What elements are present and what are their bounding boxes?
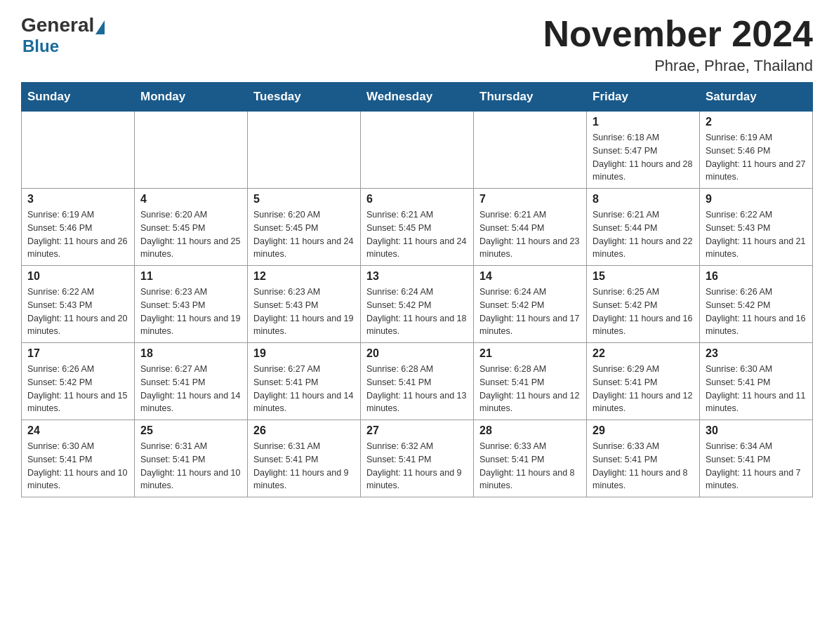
table-row: 3Sunrise: 6:19 AM Sunset: 5:46 PM Daylig… <box>22 189 135 266</box>
table-row: 28Sunrise: 6:33 AM Sunset: 5:41 PM Dayli… <box>474 420 587 497</box>
day-info: Sunrise: 6:34 AM Sunset: 5:41 PM Dayligh… <box>706 440 807 492</box>
day-info: Sunrise: 6:18 AM Sunset: 5:47 PM Dayligh… <box>593 131 694 184</box>
day-number: 22 <box>593 347 694 360</box>
table-row: 29Sunrise: 6:33 AM Sunset: 5:41 PM Dayli… <box>587 420 700 497</box>
day-info: Sunrise: 6:28 AM Sunset: 5:41 PM Dayligh… <box>479 363 581 415</box>
table-row: 9Sunrise: 6:22 AM Sunset: 5:43 PM Daylig… <box>700 189 813 266</box>
day-info: Sunrise: 6:24 AM Sunset: 5:42 PM Dayligh… <box>479 286 581 338</box>
table-row <box>135 112 248 189</box>
col-sunday: Sunday <box>22 83 135 112</box>
day-number: 8 <box>593 193 694 206</box>
calendar-week-row: 17Sunrise: 6:26 AM Sunset: 5:42 PM Dayli… <box>22 343 813 420</box>
col-thursday: Thursday <box>474 83 587 112</box>
day-info: Sunrise: 6:22 AM Sunset: 5:43 PM Dayligh… <box>27 286 128 338</box>
table-row: 11Sunrise: 6:23 AM Sunset: 5:43 PM Dayli… <box>135 266 248 343</box>
day-number: 25 <box>140 424 241 437</box>
col-saturday: Saturday <box>700 83 813 112</box>
day-info: Sunrise: 6:27 AM Sunset: 5:41 PM Dayligh… <box>253 363 355 415</box>
day-number: 7 <box>479 193 581 206</box>
location-title: Phrae, Phrae, Thailand <box>543 57 813 75</box>
table-row: 25Sunrise: 6:31 AM Sunset: 5:41 PM Dayli… <box>135 420 248 497</box>
day-number: 15 <box>593 270 694 283</box>
day-info: Sunrise: 6:32 AM Sunset: 5:41 PM Dayligh… <box>366 440 468 492</box>
day-number: 24 <box>27 424 128 437</box>
table-row: 5Sunrise: 6:20 AM Sunset: 5:45 PM Daylig… <box>248 189 361 266</box>
day-info: Sunrise: 6:27 AM Sunset: 5:41 PM Dayligh… <box>140 363 241 415</box>
day-number: 10 <box>27 270 128 283</box>
day-info: Sunrise: 6:20 AM Sunset: 5:45 PM Dayligh… <box>140 208 241 261</box>
table-row: 30Sunrise: 6:34 AM Sunset: 5:41 PM Dayli… <box>700 420 813 497</box>
day-info: Sunrise: 6:21 AM Sunset: 5:44 PM Dayligh… <box>479 208 581 261</box>
table-row: 21Sunrise: 6:28 AM Sunset: 5:41 PM Dayli… <box>474 343 587 420</box>
table-row: 23Sunrise: 6:30 AM Sunset: 5:41 PM Dayli… <box>700 343 813 420</box>
day-number: 30 <box>706 424 807 437</box>
day-info: Sunrise: 6:33 AM Sunset: 5:41 PM Dayligh… <box>593 440 694 492</box>
calendar-week-row: 3Sunrise: 6:19 AM Sunset: 5:46 PM Daylig… <box>22 189 813 266</box>
table-row: 17Sunrise: 6:26 AM Sunset: 5:42 PM Dayli… <box>22 343 135 420</box>
day-info: Sunrise: 6:23 AM Sunset: 5:43 PM Dayligh… <box>253 286 355 338</box>
day-info: Sunrise: 6:19 AM Sunset: 5:46 PM Dayligh… <box>27 208 128 261</box>
calendar-header-row: Sunday Monday Tuesday Wednesday Thursday… <box>22 83 813 112</box>
day-info: Sunrise: 6:31 AM Sunset: 5:41 PM Dayligh… <box>253 440 355 492</box>
day-number: 18 <box>140 347 241 360</box>
day-info: Sunrise: 6:24 AM Sunset: 5:42 PM Dayligh… <box>366 286 468 338</box>
day-number: 9 <box>706 193 807 206</box>
day-number: 20 <box>366 347 468 360</box>
table-row: 1Sunrise: 6:18 AM Sunset: 5:47 PM Daylig… <box>587 112 700 189</box>
table-row: 4Sunrise: 6:20 AM Sunset: 5:45 PM Daylig… <box>135 189 248 266</box>
day-number: 13 <box>366 270 468 283</box>
day-info: Sunrise: 6:22 AM Sunset: 5:43 PM Dayligh… <box>706 208 807 261</box>
header: General Blue November 2024 Phrae, Phrae,… <box>21 14 813 75</box>
day-number: 29 <box>593 424 694 437</box>
day-number: 17 <box>27 347 128 360</box>
day-info: Sunrise: 6:30 AM Sunset: 5:41 PM Dayligh… <box>27 440 128 492</box>
day-number: 12 <box>253 270 355 283</box>
calendar-week-row: 1Sunrise: 6:18 AM Sunset: 5:47 PM Daylig… <box>22 112 813 189</box>
day-number: 19 <box>253 347 355 360</box>
month-title: November 2024 <box>543 14 813 54</box>
table-row: 18Sunrise: 6:27 AM Sunset: 5:41 PM Dayli… <box>135 343 248 420</box>
day-number: 1 <box>593 116 694 128</box>
table-row <box>361 112 474 189</box>
day-number: 28 <box>479 424 581 437</box>
table-row: 13Sunrise: 6:24 AM Sunset: 5:42 PM Dayli… <box>361 266 474 343</box>
table-row: 24Sunrise: 6:30 AM Sunset: 5:41 PM Dayli… <box>22 420 135 497</box>
table-row <box>474 112 587 189</box>
col-wednesday: Wednesday <box>361 83 474 112</box>
table-row <box>22 112 135 189</box>
logo-triangle-icon <box>95 20 105 34</box>
table-row <box>248 112 361 189</box>
calendar-table: Sunday Monday Tuesday Wednesday Thursday… <box>21 82 813 497</box>
day-info: Sunrise: 6:21 AM Sunset: 5:44 PM Dayligh… <box>593 208 694 261</box>
day-info: Sunrise: 6:25 AM Sunset: 5:42 PM Dayligh… <box>593 286 694 338</box>
day-number: 2 <box>706 116 807 128</box>
table-row: 27Sunrise: 6:32 AM Sunset: 5:41 PM Dayli… <box>361 420 474 497</box>
calendar-week-row: 10Sunrise: 6:22 AM Sunset: 5:43 PM Dayli… <box>22 266 813 343</box>
day-number: 11 <box>140 270 241 283</box>
day-number: 16 <box>706 270 807 283</box>
table-row: 14Sunrise: 6:24 AM Sunset: 5:42 PM Dayli… <box>474 266 587 343</box>
day-info: Sunrise: 6:29 AM Sunset: 5:41 PM Dayligh… <box>593 363 694 415</box>
col-monday: Monday <box>135 83 248 112</box>
table-row: 8Sunrise: 6:21 AM Sunset: 5:44 PM Daylig… <box>587 189 700 266</box>
table-row: 6Sunrise: 6:21 AM Sunset: 5:45 PM Daylig… <box>361 189 474 266</box>
table-row: 10Sunrise: 6:22 AM Sunset: 5:43 PM Dayli… <box>22 266 135 343</box>
logo-blue-text: Blue <box>22 36 59 56</box>
table-row: 20Sunrise: 6:28 AM Sunset: 5:41 PM Dayli… <box>361 343 474 420</box>
day-number: 5 <box>253 193 355 206</box>
table-row: 22Sunrise: 6:29 AM Sunset: 5:41 PM Dayli… <box>587 343 700 420</box>
day-info: Sunrise: 6:28 AM Sunset: 5:41 PM Dayligh… <box>366 363 468 415</box>
table-row: 7Sunrise: 6:21 AM Sunset: 5:44 PM Daylig… <box>474 189 587 266</box>
logo: General Blue <box>21 14 105 56</box>
day-info: Sunrise: 6:20 AM Sunset: 5:45 PM Dayligh… <box>253 208 355 261</box>
day-info: Sunrise: 6:21 AM Sunset: 5:45 PM Dayligh… <box>366 208 468 261</box>
day-info: Sunrise: 6:31 AM Sunset: 5:41 PM Dayligh… <box>140 440 241 492</box>
day-number: 6 <box>366 193 468 206</box>
table-row: 15Sunrise: 6:25 AM Sunset: 5:42 PM Dayli… <box>587 266 700 343</box>
day-number: 27 <box>366 424 468 437</box>
day-info: Sunrise: 6:33 AM Sunset: 5:41 PM Dayligh… <box>479 440 581 492</box>
day-number: 23 <box>706 347 807 360</box>
title-area: November 2024 Phrae, Phrae, Thailand <box>543 14 813 75</box>
table-row: 26Sunrise: 6:31 AM Sunset: 5:41 PM Dayli… <box>248 420 361 497</box>
col-tuesday: Tuesday <box>248 83 361 112</box>
